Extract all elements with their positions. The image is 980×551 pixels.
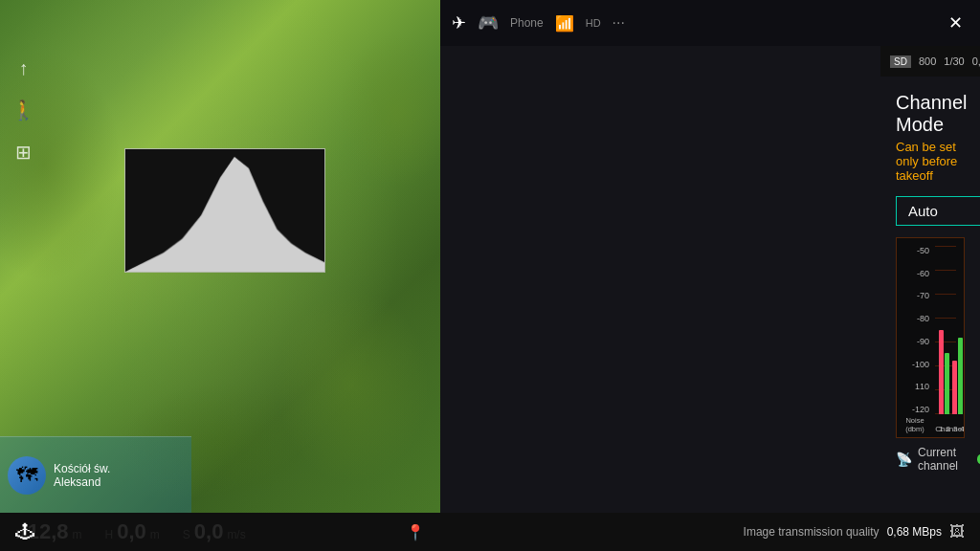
person-icon[interactable]: 🚶 xyxy=(11,99,35,121)
current-channel-icon: 📡 xyxy=(896,452,912,467)
bar-pair-2 xyxy=(952,338,963,414)
ev-value: 0,0 xyxy=(972,55,980,67)
phone-label: Phone xyxy=(510,16,544,30)
bars-area: 📡 xyxy=(935,246,956,414)
y-label-90: -90 xyxy=(917,337,929,346)
chart-legend: 📡 Current channel Little interference Se… xyxy=(896,446,965,473)
dropdowns-row: Auto ▼ 112 ▼ xyxy=(896,196,965,226)
y-label-80: -80 xyxy=(917,314,929,323)
y-label-50: -50 xyxy=(917,246,929,255)
pink-bar-1 xyxy=(939,330,944,414)
gallery-icon[interactable]: 🖼 xyxy=(949,523,965,540)
green-bar-2 xyxy=(958,338,963,414)
close-button[interactable]: ✕ xyxy=(942,10,969,36)
left-icons-panel: ↑ 🚶 ⊞ xyxy=(11,57,35,164)
y-label-70: -70 xyxy=(917,291,929,300)
info-bar: SD 800 1/30 0,0 25,7 G/29,7 G xyxy=(880,46,980,77)
bar-pair-1 xyxy=(939,330,949,414)
right-panel: ✈ 🎮 Phone 📶 HD ··· ✕ SD 800 1/30 0,0 25,… xyxy=(440,0,980,551)
y-label-100: -100 xyxy=(912,360,929,369)
y-label-120: -120 xyxy=(912,405,929,414)
iso-value: 800 xyxy=(919,55,936,67)
histogram xyxy=(124,148,325,273)
main-panel: Channel Mode Can be set only before take… xyxy=(880,77,980,513)
map-widget[interactable]: 🗺 Kościół św. Aleksand xyxy=(0,436,191,513)
grid-icon[interactable]: ⊞ xyxy=(15,141,32,164)
upload-icon[interactable]: ↑ xyxy=(19,57,29,79)
top-bar: ✈ 🎮 Phone 📶 HD ··· ✕ xyxy=(440,0,980,46)
auto-dropdown[interactable]: Auto ▼ xyxy=(896,196,980,226)
camera-view: ↑ 🚶 ⊞ 🗺 Kościół św. Aleksand xyxy=(0,0,440,551)
channel-mode-title: Channel Mode xyxy=(896,92,965,136)
shutter-value: 1/30 xyxy=(944,55,964,67)
bottom-left-controls: 🕹 📍 xyxy=(0,513,440,551)
place-name: Aleksand xyxy=(54,475,110,489)
location-icon[interactable]: 📍 xyxy=(406,523,425,541)
y-label-110: 110 xyxy=(915,382,929,391)
map-icon: 🗺 xyxy=(8,456,46,495)
green-bar-1 xyxy=(945,353,949,414)
auto-dropdown-value: Auto xyxy=(908,203,938,219)
channel-chart: -50 -60 -70 -80 -90 -100 110 -120 xyxy=(896,237,965,438)
pink-bar-2 xyxy=(952,361,957,414)
church-name: Kościół św. xyxy=(54,462,110,475)
hd-label: HD xyxy=(586,17,601,29)
more-icon[interactable]: ··· xyxy=(612,14,625,32)
transmission-label: Image transmission quality xyxy=(744,525,880,539)
bar-group-1 xyxy=(939,246,949,414)
sd-label: SD xyxy=(890,55,911,68)
y-label-60: -60 xyxy=(917,269,929,278)
y-axis: -50 -60 -70 -80 -90 -100 110 -120 xyxy=(897,246,933,414)
wifi-icon: 📶 xyxy=(555,14,574,33)
transmission-metric: Image transmission quality 0,68 MBps 🖼 xyxy=(744,523,965,540)
channel-axis-label: Channel xyxy=(935,425,964,433)
noise-label: Noise(dbm) xyxy=(897,416,933,433)
dji-icon: 🎮 xyxy=(478,12,499,33)
legend-current-label: Current channel xyxy=(918,446,958,473)
legend-current: 📡 Current channel xyxy=(896,446,958,473)
drone-icon: ✈ xyxy=(452,12,466,33)
transmission-value: 0,68 MBps xyxy=(887,525,942,539)
bar-group-2 xyxy=(952,246,963,414)
joystick-icon[interactable]: 🕹 xyxy=(15,521,34,543)
channel-mode-subtitle: Can be set only before takeoff xyxy=(896,140,965,183)
